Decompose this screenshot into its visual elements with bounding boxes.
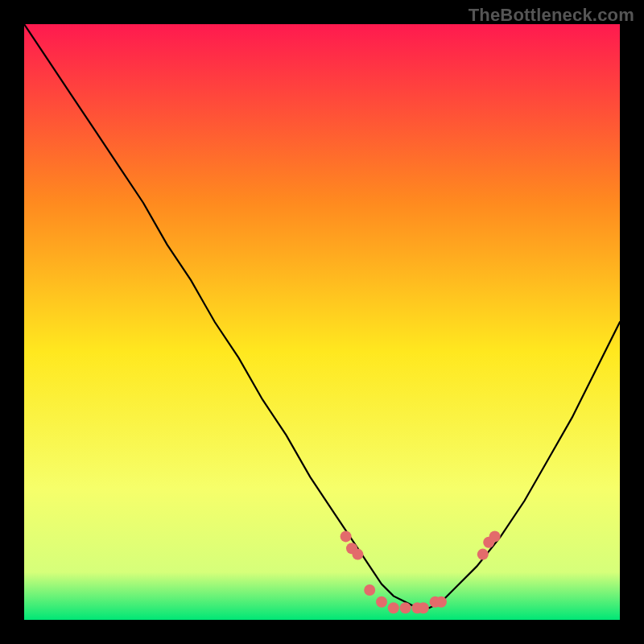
marker-dot xyxy=(489,530,501,542)
marker-dot xyxy=(364,584,375,596)
marker-dot xyxy=(477,549,489,560)
chart-svg xyxy=(24,24,620,620)
marker-dot xyxy=(388,602,399,613)
marker-dot xyxy=(436,597,447,608)
plot-background xyxy=(24,24,620,620)
marker-dot xyxy=(400,602,411,613)
marker-dot xyxy=(418,602,429,613)
marker-dot xyxy=(341,530,352,542)
marker-dot xyxy=(376,597,387,608)
marker-dot xyxy=(352,549,363,560)
chart-container: TheBottleneck.com xyxy=(0,0,644,644)
watermark-label: TheBottleneck.com xyxy=(469,5,634,26)
